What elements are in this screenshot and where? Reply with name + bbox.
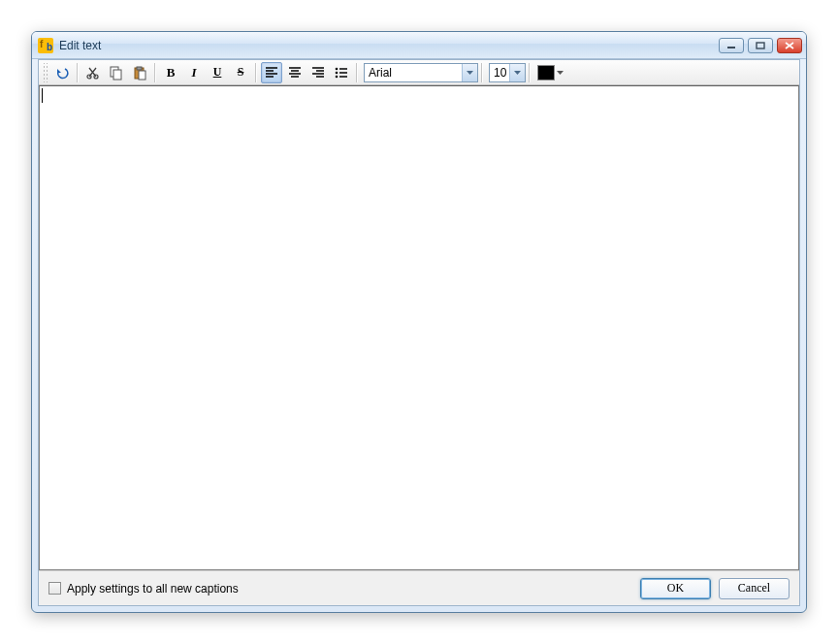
svg-rect-1 [757, 43, 764, 48]
toolbar: B I U S [39, 60, 799, 85]
svg-point-10 [336, 71, 338, 74]
window-controls [719, 38, 802, 53]
underline-button[interactable]: U [207, 62, 228, 83]
toolbar-grip[interactable] [43, 63, 48, 82]
copy-icon [109, 65, 124, 80]
app-icon: fb [38, 38, 53, 53]
font-size-value: 10 [490, 66, 509, 80]
apply-all-checkbox[interactable]: Apply settings to all new captions [48, 582, 239, 596]
dropdown-arrow-icon[interactable] [462, 64, 477, 81]
svg-rect-5 [113, 70, 121, 80]
cut-button[interactable] [82, 62, 104, 83]
maximize-button[interactable] [748, 38, 773, 53]
edit-text-dialog: fb Edit text [31, 31, 807, 613]
svg-rect-8 [139, 71, 145, 80]
align-center-button[interactable] [284, 62, 306, 83]
minimize-button[interactable] [719, 38, 744, 53]
scissors-icon [85, 65, 101, 80]
paste-icon [132, 65, 147, 80]
bullet-list-icon [335, 66, 348, 80]
cancel-button[interactable]: Cancel [719, 578, 790, 599]
underline-icon: U [213, 65, 222, 80]
editor-content[interactable] [40, 86, 798, 105]
window-title: Edit text [59, 39, 101, 52]
font-family-value: Arial [365, 66, 462, 80]
svg-point-9 [336, 67, 338, 70]
svg-rect-0 [727, 47, 735, 48]
svg-rect-7 [137, 67, 142, 70]
align-left-button[interactable] [261, 62, 282, 83]
titlebar[interactable]: fb Edit text [32, 32, 806, 59]
undo-button[interactable] [51, 62, 73, 83]
strikethrough-button[interactable]: S [230, 62, 251, 83]
close-button[interactable] [777, 38, 802, 53]
strikethrough-icon: S [238, 65, 244, 80]
bold-button[interactable]: B [160, 62, 181, 83]
align-right-button[interactable] [307, 62, 329, 83]
italic-icon: I [191, 65, 196, 80]
align-right-icon [311, 66, 325, 80]
bold-icon: B [167, 65, 176, 80]
ok-button[interactable]: OK [640, 578, 711, 599]
checkbox-box[interactable] [48, 582, 61, 595]
bullet-list-button[interactable] [331, 62, 352, 83]
checkbox-label: Apply settings to all new captions [67, 582, 239, 596]
svg-point-11 [336, 75, 338, 78]
dialog-footer: Apply settings to all new captions OK Ca… [39, 570, 799, 605]
italic-button[interactable]: I [183, 62, 205, 83]
copy-button[interactable] [106, 62, 127, 83]
paste-button[interactable] [129, 62, 150, 83]
text-caret [42, 88, 43, 103]
font-size-combo[interactable]: 10 [489, 63, 526, 82]
color-swatch [537, 65, 555, 80]
align-center-icon [288, 66, 302, 80]
font-family-combo[interactable]: Arial [364, 63, 478, 82]
undo-icon [54, 65, 70, 80]
font-color-picker[interactable] [536, 63, 566, 82]
dropdown-arrow-icon[interactable] [555, 71, 565, 75]
dropdown-arrow-icon[interactable] [509, 64, 525, 81]
text-editor[interactable] [39, 85, 799, 570]
align-left-icon [265, 66, 278, 80]
client-area: B I U S [38, 59, 800, 606]
